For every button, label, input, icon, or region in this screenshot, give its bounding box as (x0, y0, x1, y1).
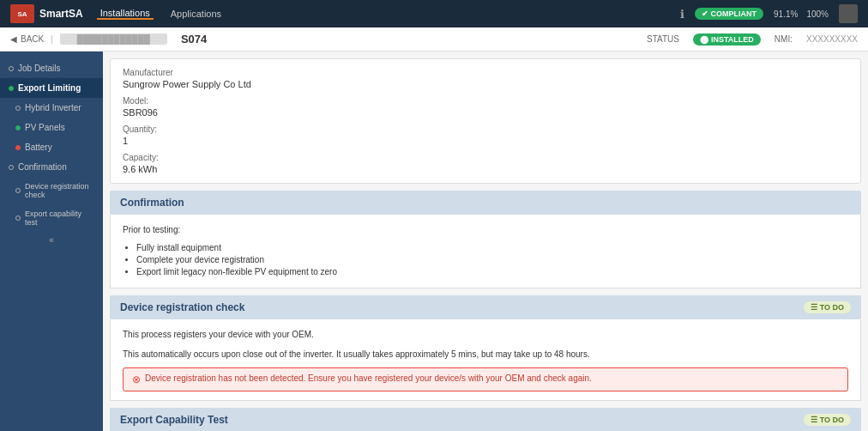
brand-name[interactable]: SmartSA (39, 8, 83, 20)
nav-installations[interactable]: Installations (97, 8, 154, 20)
back-arrow-icon: ◀ (10, 34, 17, 44)
device-reg-title: Device registration check (120, 301, 244, 313)
dot-confirmation (9, 165, 14, 170)
nav-right: ℹ ✔ COMPLIANT 91.1% 100% (680, 4, 858, 23)
quantity-label: Quantity: (123, 124, 848, 134)
device-reg-error: ⊗ Device registration has not been detec… (123, 367, 848, 392)
confirmation-intro: Prior to testing: (123, 223, 848, 236)
dot-export-test (15, 216, 21, 221)
status-area: STATUS ⬤ INSTALLED NMI: XXXXXXXXX (647, 33, 858, 46)
sidebar-item-battery[interactable]: Battery (0, 137, 103, 157)
compliant-badge: ✔ COMPLIANT (695, 8, 764, 20)
sidebar-item-device-reg[interactable]: Device registration check (0, 177, 103, 204)
confirmation-content: Prior to testing: Fully install equipmen… (110, 215, 861, 288)
sidebar-collapse-button[interactable]: « (0, 232, 103, 248)
installed-badge: ⬤ INSTALLED (693, 33, 761, 46)
device-reg-error-text: Device registration has not been detecte… (145, 373, 592, 383)
top-navigation: SA SmartSA Installations Applications ℹ … (0, 0, 868, 27)
todo-icon: ☰ (811, 303, 817, 312)
dot-device-reg (15, 188, 21, 193)
device-reg-todo-label: TO DO (820, 303, 844, 312)
sidebar-item-export-test[interactable]: Export capability test (0, 204, 103, 232)
manufacturer-value: Sungrow Power Supply Co Ltd (123, 79, 848, 89)
capacity-value: 9.6 kWh (123, 164, 848, 174)
error-icon: ⊗ (132, 373, 141, 385)
brand: SA SmartSA (10, 4, 83, 23)
bullet-2: Complete your device registration (136, 255, 848, 264)
dot-hybrid-inverter (15, 106, 21, 111)
nav-left: SA SmartSA Installations Applications (10, 4, 225, 23)
device-card: Manufacturer Sungrow Power Supply Co Ltd… (110, 58, 861, 184)
sidebar-item-confirmation[interactable]: Confirmation (0, 157, 103, 177)
bullet-1: Fully install equipment (136, 243, 848, 252)
sidebar: Job Details Export Limiting Hybrid Inver… (0, 52, 103, 431)
main-layout: Job Details Export Limiting Hybrid Inver… (0, 52, 868, 431)
nmi-label: NMI: (775, 34, 793, 44)
main-content: Manufacturer Sungrow Power Supply Co Ltd… (103, 52, 868, 431)
nav-applications[interactable]: Applications (167, 9, 225, 19)
export-capability-todo-badge: ☰ TO DO (804, 414, 851, 426)
info-icon[interactable]: ℹ (680, 8, 684, 21)
model-label: Model: (123, 96, 848, 106)
sidebar-item-hybrid-inverter[interactable]: Hybrid Inverter (0, 98, 103, 118)
export-capability-title: Export Capability Test (120, 414, 228, 426)
nav-stats: 91.1% 100% (774, 9, 829, 19)
back-button[interactable]: ◀ BACK (10, 34, 44, 44)
quantity-value: 1 (123, 136, 848, 146)
capacity-label: Capacity: (123, 153, 848, 162)
dot-battery (15, 145, 21, 150)
confirmation-bullets: Fully install equipment Complete your de… (123, 243, 848, 276)
device-reg-section-header: Device registration check ☰ TO DO (110, 295, 861, 319)
model-value: SBR096 (123, 107, 848, 118)
breadcrumb-id-blur: ████████████ (60, 33, 167, 45)
confirmation-title: Confirmation (120, 197, 184, 209)
sidebar-item-job-details[interactable]: Job Details (0, 58, 103, 78)
sidebar-item-pv-panels[interactable]: PV Panels (0, 118, 103, 137)
export-todo-icon: ☰ (811, 416, 817, 424)
device-reg-para1: This process registers your device with … (123, 328, 848, 341)
dot-export-limiting (9, 86, 14, 91)
status-label: STATUS (647, 34, 679, 44)
installed-icon: ⬤ (700, 35, 708, 44)
dot-job-details (9, 66, 14, 71)
install-id: S074 (181, 33, 207, 46)
sidebar-item-export-limiting[interactable]: Export Limiting (0, 78, 103, 98)
check-icon: ✔ (702, 9, 708, 18)
bullet-3: Export limit legacy non-flexible PV equi… (136, 267, 848, 276)
dot-pv-panels (15, 125, 21, 131)
manufacturer-label: Manufacturer (123, 68, 848, 77)
export-capability-section-header: Export Capability Test ☰ TO DO (110, 408, 861, 431)
brand-logo: SA (10, 4, 34, 23)
avatar-icon[interactable] (839, 4, 858, 23)
device-reg-para2: This automatically occurs upon close out… (123, 348, 848, 361)
device-reg-todo-badge: ☰ TO DO (804, 301, 851, 313)
confirmation-section-header: Confirmation (110, 191, 861, 215)
breadcrumb-sep: | (51, 34, 53, 44)
device-reg-content: This process registers your device with … (110, 319, 861, 401)
nmi-value: XXXXXXXXX (806, 34, 858, 44)
sub-header: ◀ BACK | ████████████ S074 STATUS ⬤ INST… (0, 27, 868, 52)
export-todo-label: TO DO (820, 416, 844, 424)
